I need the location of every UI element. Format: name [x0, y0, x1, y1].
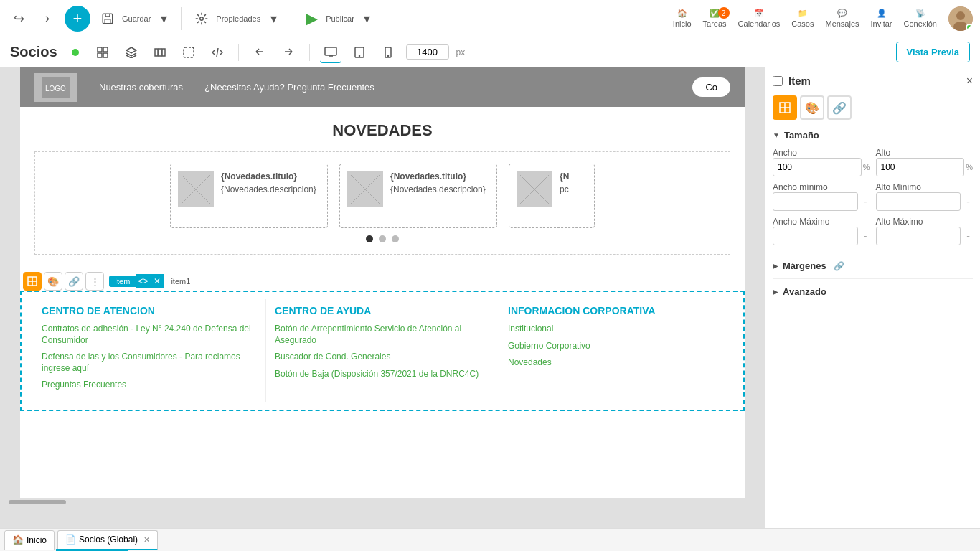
add-button[interactable]: +: [65, 6, 90, 32]
footer-col-2: CENTRO DE AYUDA Botón de Arrepentimiento…: [266, 299, 499, 402]
horizontal-scrollbar[interactable]: [0, 498, 765, 507]
footer-col-1: CENTRO DE ATENCION Contratos de adhesión…: [33, 299, 266, 402]
carousel-dot-3[interactable]: [392, 235, 399, 242]
card-title-1: {Novedades.titulo}: [221, 171, 316, 182]
redo-icon[interactable]: [278, 42, 299, 63]
save-dropdown-icon[interactable]: ▾: [152, 7, 175, 30]
alto-input[interactable]: [876, 158, 965, 176]
item-layout-btn[interactable]: [23, 272, 42, 291]
toolbar-separator-2: [309, 44, 310, 61]
vista-previa-button[interactable]: Vista Previa: [896, 42, 970, 62]
width-input[interactable]: [406, 44, 449, 60]
item-tag-label[interactable]: Item: [109, 276, 136, 287]
card-content-1: {Novedades.titulo} {Novedades.descripcio…: [221, 171, 316, 194]
alto-min-label: Alto Mínimo: [876, 182, 974, 192]
margenes-section-header[interactable]: ▶ Márgenes 🔗: [773, 260, 973, 271]
back-icon[interactable]: ↪: [7, 7, 30, 30]
canvas-nav-btn[interactable]: Co: [692, 77, 730, 97]
item-link-btn[interactable]: 🔗: [65, 272, 83, 291]
item-tag-code-btn[interactable]: <>: [136, 274, 150, 288]
bottom-tab-socios[interactable]: 📄 Socios (Global) ✕: [57, 530, 158, 550]
grid-layout-icon[interactable]: [92, 42, 113, 63]
page-title: Socios: [10, 44, 57, 60]
nav-invitar[interactable]: 👤 Invitar: [871, 9, 892, 28]
nav-inicio[interactable]: 🏠 Inicio: [673, 9, 692, 28]
footer-col-2-link-1[interactable]: Botón de Arrepentimiento Servicio de Ate…: [275, 324, 490, 346]
footer-col-1-link-2[interactable]: Defensa de las y los Consumidores - Para…: [42, 352, 257, 374]
footer-col-1-title: CENTRO DE ATENCION: [42, 305, 257, 316]
selection-icon[interactable]: [178, 42, 199, 63]
alto-min-input[interactable]: [876, 192, 961, 211]
forward-icon[interactable]: ›: [36, 7, 59, 30]
casos-label: Casos: [791, 19, 814, 28]
save-icon[interactable]: [96, 7, 119, 30]
bottom-tabs-bar: 🏠 Inicio 📄 Socios (Global) ✕: [0, 528, 980, 551]
item-checkbox[interactable]: [773, 76, 783, 86]
conexion-icon: 📡: [915, 9, 925, 18]
alto-max-dash: -: [966, 230, 970, 242]
footer-col-3-link-1[interactable]: Institucional: [508, 324, 723, 335]
alto-max-input[interactable]: [876, 227, 961, 245]
publish-dropdown-icon[interactable]: ▾: [356, 7, 379, 30]
nav-calendarios[interactable]: 📅 Calendarios: [738, 9, 781, 28]
publish-label[interactable]: Publicar: [326, 14, 354, 23]
socios-tab-label: Socios (Global): [79, 534, 138, 545]
layers-icon[interactable]: [121, 42, 142, 63]
item-more-btn[interactable]: ⋮: [85, 272, 104, 291]
alto-min-input-group: -: [876, 192, 974, 211]
nav-mensajes[interactable]: 💬 Mensajes: [825, 9, 859, 28]
home-tab-icon: 🏠: [12, 534, 24, 545]
properties-icon[interactable]: [190, 7, 213, 30]
canvas-wrapper[interactable]: LOGO Nuestras coberturas ¿Necesitas Ayud…: [0, 67, 765, 528]
footer-col-3-link-2[interactable]: Gobierno Corporativo: [508, 341, 723, 352]
publish-icon[interactable]: ▶: [300, 7, 323, 30]
tamano-section-header[interactable]: ▼ Tamaño: [773, 130, 973, 141]
properties-dropdown-icon[interactable]: ▾: [262, 7, 285, 30]
item-style-btn[interactable]: 🎨: [44, 272, 62, 291]
invitar-label: Invitar: [871, 19, 892, 28]
canvas-nav-link-1[interactable]: Nuestras coberturas: [99, 82, 183, 93]
panel-tab-style[interactable]: 🎨: [800, 95, 824, 120]
ancho-max-input[interactable]: [773, 227, 858, 245]
footer-col-2-link-2[interactable]: Buscador de Cond. Generales: [275, 352, 490, 363]
footer-col-1-link-3[interactable]: Preguntas Frecuentes: [42, 380, 257, 391]
nav-tareas[interactable]: ✅ 2 Tareas: [703, 9, 727, 28]
ancho-input[interactable]: [773, 158, 862, 176]
panel-tab-layout[interactable]: [773, 95, 797, 120]
svg-rect-8: [103, 53, 108, 57]
tablet-view-icon[interactable]: [349, 42, 370, 63]
panel-tab-link[interactable]: 🔗: [827, 95, 852, 120]
socios-tab-close[interactable]: ✕: [143, 535, 150, 545]
item-tag-arrow-btn[interactable]: ✕: [150, 274, 164, 288]
avanzado-section-header[interactable]: ▶ Avanzado: [773, 286, 973, 297]
nav-conexion[interactable]: 📡 Conexión: [904, 9, 937, 28]
properties-label[interactable]: Propiedades: [216, 14, 260, 23]
scrollbar-thumb: [9, 500, 66, 504]
svg-rect-5: [98, 47, 102, 52]
carousel-dot-1[interactable]: [366, 235, 373, 242]
svg-point-15: [359, 55, 359, 56]
desktop-view-icon[interactable]: [320, 42, 341, 63]
canvas-nav-link-2[interactable]: ¿Necesitas Ayuda? Pregunta Frecuentes: [204, 82, 374, 93]
section-title: NOVEDADES: [34, 121, 730, 140]
ancho-min-alto-min-row: Ancho mínimo - Alto Mínimo -: [773, 182, 973, 211]
save-label[interactable]: Guardar: [122, 14, 151, 23]
undo-icon[interactable]: [249, 42, 270, 63]
nav-casos[interactable]: 📁 Casos: [791, 9, 814, 28]
svg-rect-6: [103, 47, 108, 52]
ancho-min-label: Ancho mínimo: [773, 182, 870, 192]
code-icon[interactable]: [207, 42, 228, 63]
canvas-navbar: LOGO Nuestras coberturas ¿Necesitas Ayud…: [20, 67, 745, 107]
mobile-view-icon[interactable]: [377, 42, 399, 63]
panel-close-button[interactable]: ×: [966, 75, 973, 88]
margenes-link-icon[interactable]: 🔗: [834, 261, 844, 271]
bottom-tab-inicio[interactable]: 🏠 Inicio: [4, 530, 55, 550]
user-avatar[interactable]: [948, 6, 973, 31]
columns-icon[interactable]: [149, 42, 171, 63]
footer-col-3-link-3[interactable]: Novedades: [508, 357, 723, 369]
footer-col-1-link-1[interactable]: Contratos de adhesión - Ley N° 24.240 de…: [42, 324, 257, 346]
ancho-min-input[interactable]: [773, 192, 858, 211]
carousel-dot-2[interactable]: [379, 235, 386, 242]
news-card-3: {N pc: [509, 164, 595, 228]
footer-col-2-link-3[interactable]: Botón de Baja (Disposición 357/2021 de l…: [275, 369, 490, 380]
